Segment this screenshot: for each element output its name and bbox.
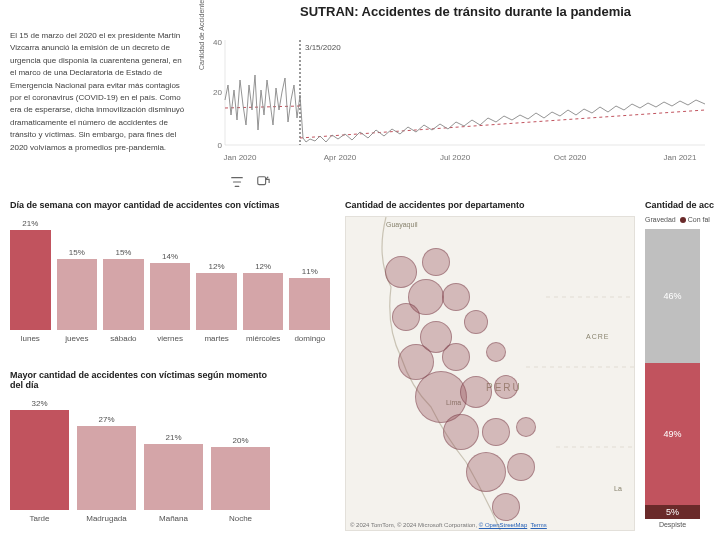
map-bubble[interactable] [442, 343, 470, 371]
severity-segment[interactable]: 46% [645, 229, 700, 362]
bar-rect [196, 273, 237, 330]
bar-label: Madrugada [86, 514, 126, 523]
map-section: Cantidad de accidentes por departamento … [345, 200, 635, 531]
bar-rect [103, 259, 144, 330]
severity-caption: Despiste [645, 521, 700, 528]
map-bubble[interactable] [494, 375, 518, 399]
city-label-la: La [614, 485, 622, 492]
timeline-chart[interactable]: Cantidad de Accidentes 0 20 40 3/15/2020… [200, 30, 710, 170]
map-bubble[interactable] [460, 376, 492, 408]
weekday-bar[interactable]: 15%sábado [103, 248, 144, 343]
weekday-bar[interactable]: 14%viernes [150, 252, 191, 343]
bar-label: martes [204, 334, 228, 343]
bar-value: 11% [302, 267, 318, 276]
map-canvas[interactable]: Guayaquil PERU Lima ACRE La © 2024 TomTo… [345, 216, 635, 531]
xtick: Apr 2020 [324, 153, 357, 162]
timeline-svg: 0 20 40 3/15/2020 Jan 2020 Apr 2020 Jul … [200, 30, 710, 170]
weekday-bar[interactable]: 15%jueves [57, 248, 98, 343]
moment-bar[interactable]: 32%Tarde [10, 399, 69, 523]
ytick-2: 40 [213, 38, 222, 47]
bar-label: Tarde [29, 514, 49, 523]
map-bubble[interactable] [443, 414, 479, 450]
moment-bar[interactable]: 20%Noche [211, 436, 270, 523]
lockdown-annotation: 3/15/2020 [305, 43, 341, 52]
bar-value: 12% [209, 262, 225, 271]
xtick: Oct 2020 [554, 153, 587, 162]
intro-paragraph: El 15 de marzo del 2020 el ex presidente… [10, 30, 190, 154]
bar-value: 15% [115, 248, 131, 257]
filter-icon[interactable] [230, 175, 244, 189]
bar-label: miércoles [246, 334, 280, 343]
ytick-1: 20 [213, 88, 222, 97]
bar-rect [10, 410, 69, 510]
bar-rect [150, 263, 191, 330]
severity-segment[interactable]: 49% [645, 363, 700, 505]
bar-rect [243, 273, 284, 330]
severity-segment[interactable]: 5% [645, 505, 700, 520]
xtick: Jan 2021 [664, 153, 697, 162]
bar-rect [57, 259, 98, 330]
weekday-title: Día de semana con mayor cantidad de acci… [10, 200, 330, 210]
page-title: SUTRAN: Accidentes de tránsito durante l… [300, 4, 631, 19]
moment-bar[interactable]: 21%Mañana [144, 433, 203, 523]
map-credit-terms-link[interactable]: Terms [530, 522, 546, 528]
weekday-bar[interactable]: 21%lunes [10, 219, 51, 343]
map-title: Cantidad de accidentes por departamento [345, 200, 635, 210]
bar-value: 21% [22, 219, 38, 228]
svg-line-3 [300, 110, 705, 138]
bar-label: jueves [65, 334, 88, 343]
focus-mode-icon[interactable] [256, 175, 270, 189]
timeline-yaxis-label: Cantidad de Accidentes [198, 0, 205, 70]
map-credit: © 2024 TomTom, © 2024 Microsoft Corporat… [350, 522, 547, 528]
bar-value: 32% [31, 399, 47, 408]
map-bubble[interactable] [422, 248, 450, 276]
bar-rect [10, 230, 51, 330]
weekday-chart[interactable]: Día de semana con mayor cantidad de acci… [10, 200, 330, 343]
map-bubble[interactable] [516, 417, 536, 437]
map-bubble[interactable] [482, 418, 510, 446]
weekday-bar[interactable]: 11%domingo [289, 267, 330, 343]
bar-label: Noche [229, 514, 252, 523]
map-credit-osm-link[interactable]: © OpenStreetMap [479, 522, 527, 528]
ytick-0: 0 [218, 141, 223, 150]
svg-line-2 [225, 106, 300, 108]
legend-dot-icon [680, 217, 686, 223]
severity-chart[interactable]: Cantidad de acc GravedadCon fal 46%49%5%… [645, 200, 720, 528]
xtick: Jan 2020 [224, 153, 257, 162]
bar-value: 12% [255, 262, 271, 271]
bar-value: 21% [165, 433, 181, 442]
map-bubble[interactable] [507, 453, 535, 481]
timeline-series [225, 75, 705, 142]
map-bubble[interactable] [492, 493, 520, 521]
bar-value: 14% [162, 252, 178, 261]
bar-label: viernes [157, 334, 183, 343]
moment-chart[interactable]: Mayor cantidad de accidentes con víctima… [10, 370, 270, 523]
map-bubble[interactable] [486, 342, 506, 362]
map-bubble[interactable] [392, 303, 420, 331]
bar-rect [289, 278, 330, 330]
city-label-guayaquil: Guayaquil [386, 221, 418, 228]
severity-legend: GravedadCon fal [645, 216, 720, 223]
bar-value: 20% [232, 436, 248, 445]
map-bubble[interactable] [385, 256, 417, 288]
map-bubble[interactable] [466, 452, 506, 492]
state-label-acre: ACRE [586, 333, 609, 340]
bar-label: sábado [110, 334, 136, 343]
bar-label: Mañana [159, 514, 188, 523]
bar-label: lunes [21, 334, 40, 343]
bar-rect [77, 426, 136, 510]
map-bubble[interactable] [464, 310, 488, 334]
bar-value: 15% [69, 248, 85, 257]
weekday-bar[interactable]: 12%miércoles [243, 262, 284, 343]
svg-rect-4 [258, 177, 266, 185]
bar-value: 27% [98, 415, 114, 424]
bar-label: domingo [294, 334, 325, 343]
moment-title: Mayor cantidad de accidentes con víctima… [10, 370, 270, 390]
weekday-bar[interactable]: 12%martes [196, 262, 237, 343]
map-bubble[interactable] [442, 283, 470, 311]
bar-rect [144, 444, 203, 510]
bar-rect [211, 447, 270, 510]
xtick: Jul 2020 [440, 153, 471, 162]
severity-title: Cantidad de acc [645, 200, 720, 210]
moment-bar[interactable]: 27%Madrugada [77, 415, 136, 523]
